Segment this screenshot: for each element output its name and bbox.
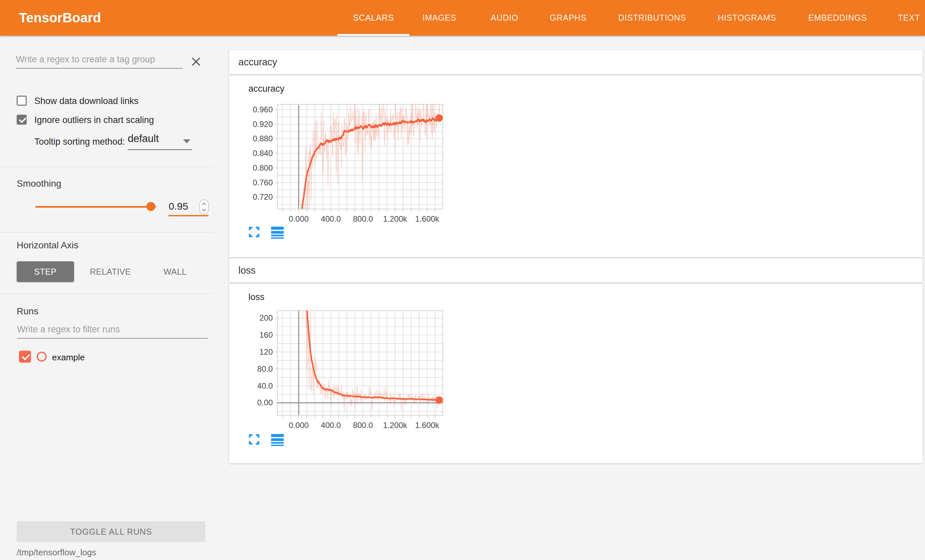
tab-text[interactable]: TEXT [898,0,920,36]
show-download-links-label: Show data download links [34,96,139,106]
show-download-links-checkbox[interactable] [17,96,27,106]
accuracy-chart[interactable]: 0.9600.9200.8800.8400.8000.7600.7200.000… [243,95,462,228]
smoothing-label: Smoothing [17,178,61,189]
tooltip-sorting-dropdown[interactable]: default [128,132,192,150]
section-title: accuracy [238,50,277,74]
horizontal-axis-label: Horizontal Axis [17,240,78,251]
section-title: loss [238,258,256,282]
smoothing-slider-track[interactable] [35,206,149,208]
ignore-outliers-label: Ignore outliers in chart scaling [34,115,154,125]
smoothing-slider-thumb[interactable] [146,202,155,211]
svg-text:80.0: 80.0 [257,364,273,373]
svg-text:0.000: 0.000 [289,421,309,430]
svg-text:0.960: 0.960 [253,105,273,114]
chevron-down-icon [202,208,207,212]
axis-step-button[interactable]: STEP [17,261,74,282]
runs-selector-button[interactable] [271,434,284,446]
smoothing-stepper[interactable] [199,199,209,215]
svg-text:0.720: 0.720 [253,192,273,201]
active-tab-indicator [337,34,410,36]
runs-selector-button[interactable] [271,226,284,239]
tab-embeddings[interactable]: EMBEDDINGS [808,0,867,36]
divider [0,232,213,233]
divider [0,167,213,167]
expand-chart-button[interactable] [249,434,260,445]
svg-text:1.200k: 1.200k [383,214,407,223]
svg-text:120: 120 [259,347,273,356]
run-list-icon [271,434,284,446]
tab-distributions[interactable]: DISTRIBUTIONS [618,0,686,36]
log-directory-path: /tmp/tensorflow_logs [17,547,96,558]
run-example-checkbox[interactable] [19,351,31,363]
ignore-outliers-checkbox[interactable] [17,115,27,125]
run-list-icon [271,226,284,239]
section-header-accuracy[interactable]: accuracy [229,50,923,74]
checkmark-icon [22,352,30,360]
svg-text:1.200k: 1.200k [383,421,407,430]
axis-wall-button[interactable]: WALL [152,261,199,282]
tab-audio[interactable]: AUDIO [491,0,518,36]
tag-filter-input[interactable] [16,54,183,69]
app-header: TensorBoard SCALARS IMAGES AUDIO GRAPHS … [0,0,925,36]
accuracy-chart-card: accuracy 0.9600.9200.8800.8400.8000.7600… [229,76,923,257]
svg-text:40.0: 40.0 [257,381,273,390]
loss-chart-card: loss 20016012080.040.00.000.000400.0800.… [229,284,923,463]
run-color-swatch [37,352,47,362]
svg-text:0.920: 0.920 [253,120,273,129]
close-icon [190,55,202,68]
chart-title: accuracy [249,84,285,94]
chart-title: loss [249,292,264,303]
runs-filter-input[interactable] [17,324,208,339]
toggle-all-runs-button[interactable]: TOGGLE ALL RUNS [17,521,205,542]
section-header-loss[interactable]: loss [229,258,923,282]
tab-images[interactable]: IMAGES [422,0,456,36]
smoothing-value[interactable]: 0.95 [167,201,190,212]
app-title: TensorBoard [19,0,101,36]
checkmark-icon [19,116,27,123]
svg-text:800.0: 800.0 [353,421,373,430]
chevron-down-icon [183,139,190,143]
svg-text:200: 200 [259,313,273,322]
svg-text:160: 160 [259,330,273,339]
svg-text:400.0: 400.0 [321,421,341,430]
svg-text:1.600k: 1.600k [415,421,440,430]
svg-text:800.0: 800.0 [353,214,373,223]
axis-relative-button[interactable]: RELATIVE [85,261,136,282]
svg-text:1.600k: 1.600k [415,214,440,223]
run-example-label: example [52,352,85,363]
fullscreen-icon [249,434,260,445]
svg-text:0.000: 0.000 [289,214,309,223]
svg-text:0.760: 0.760 [253,178,273,187]
tab-histograms[interactable]: HISTOGRAMS [718,0,776,36]
svg-text:0.800: 0.800 [253,163,273,172]
svg-text:0.840: 0.840 [253,149,273,158]
clear-tag-filter-button[interactable] [190,55,203,69]
svg-text:400.0: 400.0 [321,214,341,223]
tooltip-sorting-label: Tooltip sorting method: [34,137,125,147]
loss-chart[interactable]: 20016012080.040.00.000.000400.0800.01.20… [243,301,462,435]
tooltip-sorting-value: default [128,132,159,145]
tab-scalars[interactable]: SCALARS [353,0,394,36]
chevron-up-icon [202,202,207,206]
svg-text:0.00: 0.00 [257,398,273,407]
svg-text:0.880: 0.880 [253,134,273,143]
runs-label: Runs [17,306,38,317]
smoothing-value-underline [169,215,208,216]
tab-graphs[interactable]: GRAPHS [550,0,586,36]
fullscreen-icon [249,226,260,238]
expand-chart-button[interactable] [249,226,260,238]
